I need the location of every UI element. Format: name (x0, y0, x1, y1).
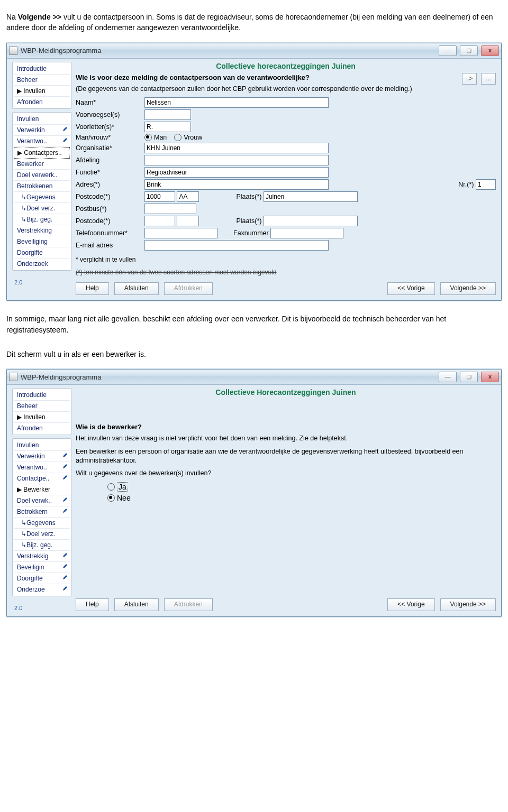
close-button[interactable]: x (481, 372, 499, 382)
radio-vrouw[interactable]: Vrouw (174, 134, 202, 141)
more-button[interactable]: ... (481, 73, 496, 85)
label-afdeling: Afdeling (76, 156, 144, 164)
input-postcode2-let[interactable] (177, 216, 199, 226)
titlebar[interactable]: WBP-Meldingsprogramma — ▢ x (7, 43, 501, 59)
input-functie[interactable] (144, 167, 329, 178)
version-label: 2.0 (14, 279, 71, 285)
nav-beheer[interactable]: Beheer (14, 401, 70, 412)
afsluiten-button[interactable]: Afsluiten (114, 282, 159, 295)
sub-doelverwerk[interactable]: Doel verwerk.. (14, 170, 70, 181)
sub-verstrekking[interactable]: Verstrekking (14, 225, 70, 236)
label-plaats2: Plaats(*) (236, 217, 261, 225)
volgende-button[interactable]: Volgende >> (440, 282, 496, 295)
input-voorletters[interactable] (144, 122, 191, 132)
sub-betrokkenen[interactable]: Betrokkenen (14, 181, 70, 192)
sub-bewerker[interactable]: Bewerker (14, 159, 70, 170)
note-address: (*) ten minste één van de twee soorten a… (76, 269, 496, 276)
sub-bewerker[interactable]: ▶ Bewerker (14, 484, 70, 495)
nav-introductie[interactable]: Introductie (14, 390, 70, 401)
sub-bijzgeg[interactable]: ↳Bijz. geg. (14, 214, 70, 225)
label-plaats: Plaats(*) (236, 193, 261, 200)
vorige-button[interactable]: << Vorige (387, 598, 434, 611)
input-organisatie[interactable] (144, 143, 329, 153)
titlebar[interactable]: WBP-Meldingsprogramma — ▢ x (7, 370, 501, 385)
input-plaats[interactable] (264, 191, 358, 202)
input-nr[interactable] (476, 179, 496, 190)
radio-man[interactable]: Man (144, 134, 167, 141)
sub-doorgifte[interactable]: Doorgifte (14, 247, 70, 259)
input-afdeling[interactable] (144, 155, 329, 165)
sub-doelverz[interactable]: ↳Doel verz. (14, 203, 70, 214)
pencil-icon (62, 552, 68, 558)
sub-verwerking[interactable]: Verwerkin (14, 125, 70, 136)
input-telefoon[interactable] (144, 228, 217, 238)
input-postbus[interactable] (144, 204, 196, 214)
sub-doelverwerk[interactable]: Doel verwk.. (14, 495, 70, 506)
input-fax[interactable] (270, 228, 343, 238)
maximize-button[interactable]: ▢ (460, 45, 478, 56)
sub-betrokkenen[interactable]: Betrokkern (14, 506, 70, 518)
volgende-button[interactable]: Volgende >> (440, 598, 496, 611)
sub-contactpers[interactable]: ▶ Contactpers.. (14, 147, 70, 159)
sub-doorgifte[interactable]: Doorgifte (14, 573, 70, 584)
intro-paragraph-2: In sommige, maar lang niet alle gevallen… (0, 309, 508, 337)
help-button[interactable]: Help (76, 598, 109, 611)
afsluiten-button[interactable]: Afsluiten (114, 598, 159, 611)
minimize-button[interactable]: — (439, 372, 457, 382)
input-email[interactable] (144, 240, 329, 251)
sub-invullen[interactable]: Invullen (14, 440, 70, 451)
nav-introductie[interactable]: Introductie (14, 63, 70, 75)
nav-invullen[interactable]: ▶ Invullen (14, 86, 70, 97)
sub-doelverz[interactable]: ↳Doel verz. (14, 529, 70, 540)
input-naam[interactable] (144, 97, 329, 108)
sub-verwerking[interactable]: Verwerkin (14, 451, 70, 462)
input-voorvoegsel[interactable] (144, 109, 191, 120)
input-postcode-let[interactable] (177, 191, 199, 202)
nav-invullen[interactable]: ▶ Invullen (14, 412, 70, 423)
nav-main-group: Introductie Beheer ▶ Invullen Afronden (12, 62, 71, 109)
label-voorletters: Voorletter(s)* (76, 123, 144, 131)
note-required: * verplicht in te vullen (76, 256, 496, 263)
sub-verantwoord[interactable]: Verantwo.. (14, 462, 70, 473)
close-button[interactable]: x (481, 45, 499, 56)
sub-verstrekking[interactable]: Verstrekkig (14, 551, 70, 562)
label-nr: Nr.(*) (458, 181, 474, 188)
radio-nee[interactable]: Nee (107, 494, 488, 502)
sub-beveiliging[interactable]: Beveiligin (14, 562, 70, 573)
maximize-button[interactable]: ▢ (460, 372, 478, 382)
pencil-icon (62, 464, 68, 469)
app-title: WBP-Meldingsprogramma (21, 373, 101, 381)
sub-contactpers[interactable]: Contactpe.. (14, 473, 70, 484)
expl-3: Wilt u gegevens over de bewerker(s) invu… (76, 469, 496, 478)
sub-verantwoord[interactable]: Verantwo.. (14, 136, 70, 147)
version-label: 2.0 (14, 605, 71, 611)
nav-beheer[interactable]: Beheer (14, 75, 70, 86)
input-adres[interactable] (144, 179, 329, 190)
label-postcode: Postcode(*) (76, 193, 144, 200)
pencil-icon (62, 497, 68, 502)
goto-button[interactable]: ..> (462, 73, 477, 85)
sub-invullen[interactable]: Invullen (14, 114, 70, 125)
nav-sub-group: Invullen Verwerkin Verantwo.. ▶ Contactp… (12, 112, 71, 271)
sub-gegevens[interactable]: ↳Gegevens (14, 518, 70, 529)
nav-afronden[interactable]: Afronden (14, 423, 70, 433)
sub-onderzoek[interactable]: Onderzoe (14, 584, 70, 595)
sub-bijzgeg[interactable]: ↳Bijz. geg. (14, 540, 70, 551)
nav-afronden[interactable]: Afronden (14, 97, 70, 107)
input-postcode2-num[interactable] (144, 216, 175, 226)
label-fax: Faxnummer (233, 229, 269, 237)
pencil-icon (62, 564, 68, 569)
radio-ja[interactable]: Ja (107, 482, 488, 492)
sub-onderzoek[interactable]: Onderzoek (14, 259, 70, 269)
minimize-button[interactable]: — (439, 45, 457, 56)
help-button[interactable]: Help (76, 282, 109, 295)
input-postcode-num[interactable] (144, 191, 175, 202)
contact-form: Naam* Voorvoegsel(s) Voorletter(s)* Man/… (76, 97, 496, 276)
vorige-button[interactable]: << Vorige (387, 282, 434, 295)
expl-2: Een bewerker is een persoon of organisat… (76, 447, 496, 465)
sub-gegevens[interactable]: ↳Gegevens (14, 192, 70, 203)
input-plaats2[interactable] (264, 216, 358, 226)
pencil-icon (62, 508, 68, 513)
label-email: E-mail adres (76, 242, 144, 249)
sub-beveiliging[interactable]: Beveiliging (14, 236, 70, 247)
